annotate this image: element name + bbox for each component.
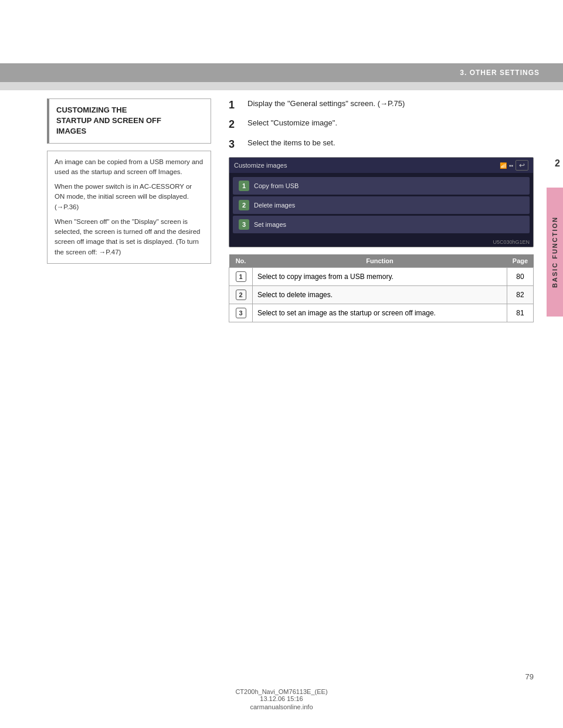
function-table: No. Function Page 1 Select to copy image… [229, 254, 534, 322]
footer-model: CT200h_Navi_OM76113E_(EE) [0, 688, 563, 695]
screenshot-code: U5C030hG1EN [493, 239, 530, 245]
main-content: CUSTOMIZING THE STARTUP AND SCREEN OFF I… [47, 98, 534, 669]
table-cell-no-2: 2 [229, 286, 253, 304]
back-button[interactable]: ↩ [515, 160, 528, 171]
menu-item-2-num: 2 [239, 200, 249, 210]
menu-item-1[interactable]: 1 Copy from USB [233, 177, 530, 195]
wifi-icon: 📶 [500, 162, 507, 169]
table-cell-no-1: 1 [229, 268, 253, 286]
step-2-number: 2 [229, 118, 243, 131]
table-cell-func-3: Select to set an image as the startup or… [253, 304, 507, 322]
step-1-number: 1 [229, 98, 243, 112]
battery-icon: ▪▪ [509, 162, 513, 169]
menu-item-3-num: 3 [239, 219, 249, 230]
step-2: 2 Select "Customize image". [229, 118, 534, 131]
table-cell-no-3: 3 [229, 304, 253, 322]
right-tab-number: 2 [555, 158, 560, 169]
screenshot-footer: U5C030hG1EN [229, 237, 533, 247]
left-column: CUSTOMIZING THE STARTUP AND SCREEN OFF I… [47, 98, 211, 264]
menu-item-1-label: Copy from USB [254, 182, 299, 189]
num-badge-2: 2 [236, 290, 246, 300]
table-header-row: No. Function Page [229, 254, 534, 268]
num-badge-3: 3 [236, 308, 246, 318]
menu-item-2[interactable]: 2 Delete images [233, 196, 530, 214]
menu-item-3-label: Set images [254, 221, 286, 228]
footer: CT200h_Navi_OM76113E_(EE) 13.12.06 15:16… [0, 688, 563, 710]
table-cell-func-2: Select to delete images. [253, 286, 507, 304]
screenshot-icons: 📶 ▪▪ ↩ [500, 160, 528, 171]
sub-bar [0, 82, 563, 90]
screenshot-title: Customize images [234, 162, 287, 169]
table-header-function: Function [253, 254, 507, 268]
footer-date: 13.12.06 15:16 [0, 695, 563, 702]
num-badge-1: 1 [236, 271, 246, 282]
header-bar: 3. OTHER SETTINGS [0, 63, 563, 82]
info-box: An image can be copied from a USB memory… [47, 151, 211, 264]
table-cell-page-2: 82 [507, 286, 534, 304]
title-box: CUSTOMIZING THE STARTUP AND SCREEN OFF I… [47, 98, 211, 144]
table-cell-func-1: Select to copy images from a USB memory. [253, 268, 507, 286]
menu-item-1-num: 1 [239, 181, 249, 191]
table-cell-page-1: 80 [507, 268, 534, 286]
page-number: 79 [525, 672, 534, 681]
step-3: 3 Select the items to be set. [229, 138, 534, 151]
title-box-text: CUSTOMIZING THE STARTUP AND SCREEN OFF I… [56, 105, 204, 137]
screenshot-menu: 1 Copy from USB 2 Delete images 3 Set im… [229, 173, 533, 237]
table-header-no: No. [229, 254, 253, 268]
screenshot-titlebar: Customize images 📶 ▪▪ ↩ [229, 158, 533, 173]
table-row: 1 Select to copy images from a USB memor… [229, 268, 534, 286]
info-paragraph-3: When "Screen off" on the "Display" scree… [55, 217, 204, 257]
footer-website: carmanualsonline.info [0, 703, 563, 710]
header-title: 3. OTHER SETTINGS [460, 69, 540, 77]
step-3-text: Select the items to be set. [247, 138, 534, 148]
menu-item-2-label: Delete images [254, 202, 295, 209]
step-1-text: Display the "General settings" screen. (… [247, 98, 534, 109]
step-3-number: 3 [229, 138, 243, 151]
table-header-page: Page [507, 254, 534, 268]
info-paragraph-1: An image can be copied from a USB memory… [55, 157, 204, 178]
menu-item-3[interactable]: 3 Set images [233, 216, 530, 233]
table-cell-page-3: 81 [507, 304, 534, 322]
info-paragraph-2: When the power switch is in AC-CESSORY o… [55, 182, 204, 212]
step-1: 1 Display the "General settings" screen.… [229, 98, 534, 112]
right-tab-label: BASIC FUNCTION [551, 216, 558, 288]
screenshot-box: Customize images 📶 ▪▪ ↩ 1 Copy from USB … [229, 157, 534, 247]
right-tab: BASIC FUNCTION [547, 188, 563, 317]
table-row: 2 Select to delete images. 82 [229, 286, 534, 304]
table-row: 3 Select to set an image as the startup … [229, 304, 534, 322]
step-2-text: Select "Customize image". [247, 118, 534, 128]
right-column: 1 Display the "General settings" screen.… [229, 98, 534, 322]
